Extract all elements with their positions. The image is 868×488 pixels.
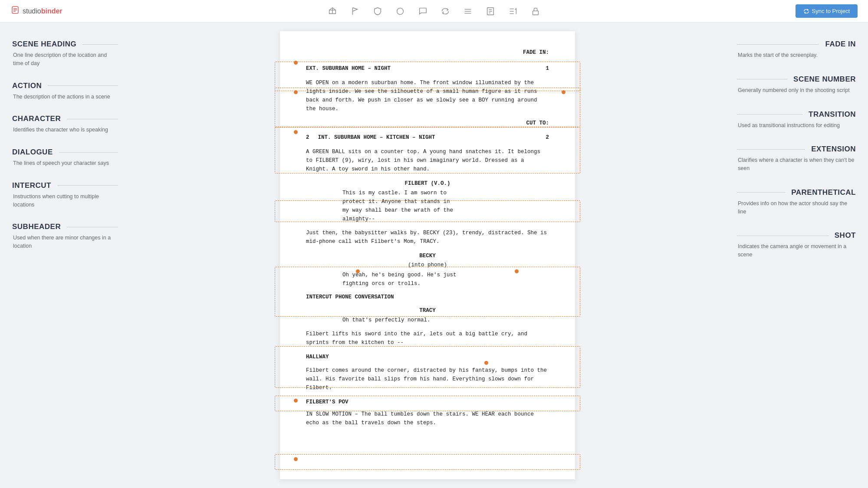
lines-icon[interactable] bbox=[462, 5, 474, 17]
left-sidebar: SCENE HEADING One line description of th… bbox=[0, 23, 130, 488]
character2-name: BECKY bbox=[306, 252, 549, 260]
screenplay-page: FADE IN: EXT. SUBURBAN HOME – NIGHT 1 WE… bbox=[280, 31, 575, 479]
dialogue3: Oh that's perfectly normal. bbox=[342, 316, 513, 324]
scene2-number-left: 2 bbox=[306, 134, 309, 142]
logo-studio: studio bbox=[23, 7, 41, 15]
character3-name: TRACY bbox=[306, 307, 549, 315]
right-title-scene-number: SCENE NUMBER bbox=[737, 75, 856, 84]
scene1-heading-text: EXT. SUBURBAN HOME – NIGHT bbox=[306, 65, 391, 73]
right-title-shot: SHOT bbox=[737, 231, 856, 240]
right-desc-fade-in: Marks the start of the screenplay. bbox=[737, 51, 856, 59]
dot-char1-right bbox=[515, 269, 519, 273]
sidebar-title-character: CHARACTER bbox=[12, 115, 118, 123]
sidebar-desc-character: Identifies the character who is speaking bbox=[12, 126, 118, 134]
scene2-heading-row: 2 INT. SUBURBAN HOME – KITCHEN – NIGHT 2 bbox=[306, 134, 549, 142]
sidebar-desc-subheader: Used when there are minor changes in a l… bbox=[12, 234, 118, 250]
scene-breakdown-icon[interactable] bbox=[326, 5, 339, 17]
bubble-icon[interactable] bbox=[394, 5, 406, 17]
right-title-fade-in: FADE IN bbox=[737, 40, 856, 49]
screenplay-container: FADE IN: EXT. SUBURBAN HOME – NIGHT 1 WE… bbox=[130, 23, 725, 488]
character1-name: FILBERT (V.O.) bbox=[306, 180, 549, 188]
scene2-number-right: 2 bbox=[546, 134, 549, 142]
subheader-block: HALLWAY bbox=[306, 353, 549, 361]
right-item-extension: EXTENSION Clarifies where a character is… bbox=[737, 145, 856, 173]
scene2-action4: Filbert comes around the corner, distrac… bbox=[306, 366, 549, 392]
scene2-action1: A GREEN BALL sits on a counter top. A yo… bbox=[306, 147, 549, 174]
scene1-transition: CUT TO: bbox=[306, 119, 549, 128]
sidebar-item-scene-heading: SCENE HEADING One line description of th… bbox=[12, 40, 118, 68]
logo: studiobinder bbox=[10, 5, 62, 17]
scene2-action5: IN SLOW MOTION – The ball tumbles down t… bbox=[306, 410, 549, 427]
svg-rect-14 bbox=[533, 11, 539, 15]
flag-icon[interactable] bbox=[349, 5, 361, 17]
scene2-action3: Filbert lifts his sword into the air, le… bbox=[306, 330, 549, 347]
scene1-heading-row: EXT. SUBURBAN HOME – NIGHT 1 bbox=[306, 65, 549, 73]
logo-icon bbox=[10, 5, 20, 17]
sidebar-desc-action: The description of the actions in a scen… bbox=[12, 93, 118, 101]
right-title-extension: EXTENSION bbox=[737, 145, 856, 154]
parenthetical1: (into phone) bbox=[306, 261, 549, 269]
right-desc-scene-number: Generally numbered only in the shooting … bbox=[737, 86, 856, 95]
right-item-parenthetical: PARENTHETICAL Provides info on how the a… bbox=[737, 188, 856, 216]
toolbar: studiobinder bbox=[0, 0, 868, 23]
right-desc-parenthetical: Provides info on how the actor should sa… bbox=[737, 200, 856, 216]
sort-icon[interactable] bbox=[507, 5, 519, 17]
scene1-number: 1 bbox=[546, 65, 549, 73]
sync-button[interactable]: Sync to Project bbox=[796, 4, 858, 18]
sync-button-label: Sync to Project bbox=[812, 8, 850, 14]
refresh-icon[interactable] bbox=[439, 5, 451, 17]
sidebar-title-scene-heading: SCENE HEADING bbox=[12, 40, 118, 49]
dot-char1 bbox=[356, 269, 360, 273]
dot-parenthetical bbox=[484, 361, 488, 365]
right-sidebar: FADE IN Marks the start of the screenpla… bbox=[725, 23, 868, 488]
intercut-block: INTERCUT PHONE CONVERSATION bbox=[306, 293, 549, 301]
shield-icon[interactable] bbox=[372, 5, 384, 17]
right-title-transition: TRANSITION bbox=[737, 110, 856, 119]
scene2-heading-text: INT. SUBURBAN HOME – KITCHEN – NIGHT bbox=[318, 134, 546, 142]
dot-subheader bbox=[294, 457, 298, 461]
sidebar-title-intercut: INTERCUT bbox=[12, 181, 118, 190]
sidebar-desc-dialogue: The lines of speech your character says bbox=[12, 159, 118, 167]
logo-text: studiobinder bbox=[23, 7, 62, 15]
toolbar-icons bbox=[326, 5, 542, 17]
dot-action1 bbox=[294, 130, 298, 134]
right-desc-shot: Indicates the camera angle or movement i… bbox=[737, 242, 856, 259]
dot-scene1-number bbox=[562, 90, 566, 94]
annotation-box-subheader bbox=[275, 454, 580, 470]
right-item-shot: SHOT Indicates the camera angle or movem… bbox=[737, 231, 856, 259]
sidebar-title-action: ACTION bbox=[12, 82, 118, 90]
sidebar-title-subheader: SUBHEADER bbox=[12, 223, 118, 231]
dot-scene1-heading bbox=[294, 90, 298, 94]
right-item-scene-number: SCENE NUMBER Generally numbered only in … bbox=[737, 75, 856, 95]
dialogue1: This is my castle. I am sworn to protect… bbox=[342, 189, 513, 223]
scene1-action1: WE OPEN on a modern suburban home. The f… bbox=[306, 79, 549, 113]
shot-block: FILBERT'S POV bbox=[306, 398, 549, 406]
lock-icon[interactable] bbox=[529, 5, 542, 17]
right-item-fade-in: FADE IN Marks the start of the screenpla… bbox=[737, 40, 856, 59]
logo-binder: binder bbox=[41, 7, 62, 15]
right-title-parenthetical: PARENTHETICAL bbox=[737, 188, 856, 197]
sidebar-item-intercut: INTERCUT Instructions when cutting to mu… bbox=[12, 181, 118, 209]
sidebar-item-dialogue: DIALOGUE The lines of speech your charac… bbox=[12, 148, 118, 167]
main-layout: SCENE HEADING One line description of th… bbox=[0, 23, 868, 488]
notes-icon[interactable] bbox=[484, 5, 496, 17]
fade-in: FADE IN: bbox=[306, 49, 549, 57]
dialogue2: Oh yeah, he's being good. He's just figh… bbox=[342, 271, 513, 288]
sync-icon bbox=[803, 8, 809, 14]
dot-intercut bbox=[294, 399, 298, 403]
sidebar-desc-intercut: Instructions when cutting to multiple lo… bbox=[12, 193, 118, 209]
right-desc-extension: Clarifies where a character is when they… bbox=[737, 156, 856, 173]
dot-scene-heading bbox=[294, 61, 298, 65]
sidebar-item-action: ACTION The description of the actions in… bbox=[12, 82, 118, 101]
sidebar-item-character: CHARACTER Identifies the character who i… bbox=[12, 115, 118, 134]
chat-icon[interactable] bbox=[417, 5, 429, 17]
sidebar-desc-scene-heading: One line description of the location and… bbox=[12, 51, 118, 68]
sidebar-title-dialogue: DIALOGUE bbox=[12, 148, 118, 157]
right-desc-transition: Used as transitional instructions for ed… bbox=[737, 121, 856, 130]
right-item-transition: TRANSITION Used as transitional instruct… bbox=[737, 110, 856, 130]
sidebar-item-subheader: SUBHEADER Used when there are minor chan… bbox=[12, 223, 118, 250]
svg-point-3 bbox=[397, 8, 404, 14]
scene2-action2: Just then, the babysitter walks by. BECK… bbox=[306, 229, 549, 246]
